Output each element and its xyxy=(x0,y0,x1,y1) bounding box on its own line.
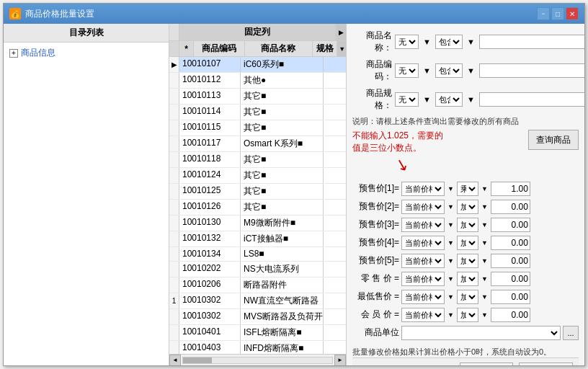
row-name: 其它■ xyxy=(241,184,324,199)
col-spec-header: 规格 xyxy=(313,41,337,56)
filter-code-select2[interactable]: 包含 xyxy=(435,63,463,78)
filter-name-select1[interactable]: 无 xyxy=(395,35,419,49)
table-row[interactable]: 10010113 其它■ xyxy=(169,89,346,105)
op-select-3[interactable]: 加 xyxy=(457,218,478,232)
price-value-input-6[interactable] xyxy=(491,272,530,286)
price-value-input-1[interactable] xyxy=(491,182,530,196)
filter-spec-select1[interactable]: 无 xyxy=(395,92,419,107)
price-value-input-3[interactable] xyxy=(491,218,530,232)
price-row-4: 预售价[4]= 当前价格 ▼ 加 ▼ xyxy=(352,236,579,250)
price-label-3: 预售价[3]= xyxy=(352,218,399,231)
row-indicator xyxy=(169,200,179,215)
table-row[interactable]: 10010114 其它■ xyxy=(169,105,346,120)
filter-spec-select2[interactable]: 包含 xyxy=(435,92,463,107)
price-source-select-8[interactable]: 当前价格 xyxy=(401,308,445,322)
op-select-7[interactable]: 加 xyxy=(457,290,478,304)
table-row[interactable]: 10010403 INFD熔断隔离■ xyxy=(169,341,346,354)
save-button[interactable]: 保存(S) xyxy=(460,363,513,365)
scroll-left-button[interactable]: ◄ xyxy=(169,355,181,366)
table-row[interactable]: 10010206 断路器附件 xyxy=(169,277,346,293)
row-spec xyxy=(324,184,346,199)
row-code: 10010206 xyxy=(179,277,241,293)
price-source-select-7[interactable]: 当前价格 xyxy=(401,290,445,304)
price-value-input-5[interactable] xyxy=(491,254,530,268)
tree-item-label: 商品信息 xyxy=(21,47,55,59)
table-row[interactable]: 10010202 NS大电流系列 xyxy=(169,262,346,277)
row-code: 10010403 xyxy=(179,341,241,354)
price-source-select-6[interactable]: 当前价格 xyxy=(401,272,445,286)
price-label-1: 预售价[1]= xyxy=(352,182,399,195)
title-controls: － □ ✕ xyxy=(537,7,579,20)
fixed-col-label: 固定列 xyxy=(179,24,336,40)
price-row-6: 零 售 价 = 当前价格 ▼ 加 ▼ xyxy=(352,272,579,286)
price-value-input-7[interactable] xyxy=(491,290,530,304)
filter-spec-label: 商品规格： xyxy=(352,87,392,112)
row-spec xyxy=(324,136,346,151)
price-row-5: 预售价[5]= 当前价格 ▼ 加 ▼ xyxy=(352,254,579,268)
table-row[interactable]: 10010302 MVS断路器及负荷开关■ xyxy=(169,309,346,325)
tree-item-商品信息[interactable]: + 商品信息 xyxy=(6,45,166,61)
op-select-5[interactable]: 加 xyxy=(457,254,478,268)
filter-spec-input[interactable] xyxy=(479,92,584,107)
filter-name-input[interactable] xyxy=(479,35,584,49)
table-row[interactable]: 10010134 LS8■ xyxy=(169,247,346,262)
unit-select[interactable] xyxy=(401,326,561,340)
row-code: 10010401 xyxy=(179,325,241,340)
price-value-input-8[interactable] xyxy=(491,308,530,322)
scroll-thumb[interactable] xyxy=(183,357,212,363)
maximize-button[interactable]: □ xyxy=(551,7,564,20)
price-source-select-1[interactable]: 当前价格 xyxy=(401,182,445,196)
price-source-select-5[interactable]: 当前价格 xyxy=(401,254,445,268)
cancel-button[interactable]: 返回(O) xyxy=(519,363,573,365)
filter-row-spec: 商品规格： 无 ▼ 包含 ▼ xyxy=(352,87,579,112)
row-name: M9微断附件■ xyxy=(241,215,324,231)
title-bar: 💰 商品价格批量设置 － □ ✕ xyxy=(4,4,584,24)
scroll-track[interactable] xyxy=(182,357,333,364)
op-select-1[interactable]: 乘 xyxy=(457,182,478,196)
table-row[interactable]: 1 10010302 NW直流空气断路器 xyxy=(169,293,346,309)
row-name: 其它■ xyxy=(241,200,324,215)
op-select-2[interactable]: 加 xyxy=(457,200,478,214)
table-row[interactable]: 10010125 其它■ xyxy=(169,184,346,200)
table-row[interactable]: 10010117 Osmart K系列■ xyxy=(169,136,346,152)
row-indicator xyxy=(169,105,179,120)
price-row-3: 预售价[3]= 当前价格 ▼ 加 ▼ xyxy=(352,218,579,232)
row-name: 其它■ xyxy=(241,120,324,135)
scroll-right-button[interactable]: ► xyxy=(334,355,346,366)
table-row[interactable]: 10010132 iCT接触器■ xyxy=(169,231,346,247)
price-source-select-3[interactable]: 当前价格 xyxy=(401,218,445,232)
table-row[interactable]: 10010126 其它■ xyxy=(169,200,346,215)
price-value-input-4[interactable] xyxy=(491,236,530,250)
op-select-4[interactable]: 加 xyxy=(457,236,478,250)
op-select-8[interactable]: 加 xyxy=(457,308,478,322)
table-row[interactable]: 10010401 ISFL熔断隔离■ xyxy=(169,325,346,341)
row-code: 10010132 xyxy=(179,231,241,246)
close-button[interactable]: ✕ xyxy=(566,7,579,20)
table-row[interactable]: 10010130 M9微断附件■ xyxy=(169,215,346,231)
price-value-input-2[interactable] xyxy=(491,200,530,214)
table-row[interactable]: 10010115 其它■ xyxy=(169,120,346,136)
price-source-select-2[interactable]: 当前价格 xyxy=(401,200,445,214)
filter-name-select2[interactable]: 包含 xyxy=(435,35,463,49)
op-arrow-4: ▼ xyxy=(481,239,488,246)
query-button[interactable]: 查询商品 xyxy=(528,130,579,150)
col-star: * xyxy=(179,41,194,56)
filter-code-select1[interactable]: 无 xyxy=(395,63,419,78)
tree-expand-icon[interactable]: + xyxy=(9,49,18,58)
table-row[interactable]: 10010112 其他● xyxy=(169,73,346,89)
price-source-arrow-2: ▼ xyxy=(447,203,454,210)
arrow-icon: ↙ xyxy=(393,154,411,176)
table-row[interactable]: ▶ 10010107 iC60系列■ xyxy=(169,57,346,73)
price-source-arrow-1: ▼ xyxy=(447,185,454,192)
scroll-right-icon[interactable]: ▶ xyxy=(336,24,346,40)
price-source-select-4[interactable]: 当前价格 xyxy=(401,236,445,250)
table-row[interactable]: 10010118 其它■ xyxy=(169,152,346,168)
row-spec xyxy=(324,325,346,340)
unit-browse-button[interactable]: ... xyxy=(563,326,579,340)
row-code: 10010117 xyxy=(179,136,241,151)
table-row[interactable]: 10010124 其它■ xyxy=(169,168,346,184)
row-spec xyxy=(324,309,346,324)
minimize-button[interactable]: － xyxy=(537,7,550,20)
filter-code-input[interactable] xyxy=(479,63,584,78)
op-select-6[interactable]: 加 xyxy=(457,272,478,286)
